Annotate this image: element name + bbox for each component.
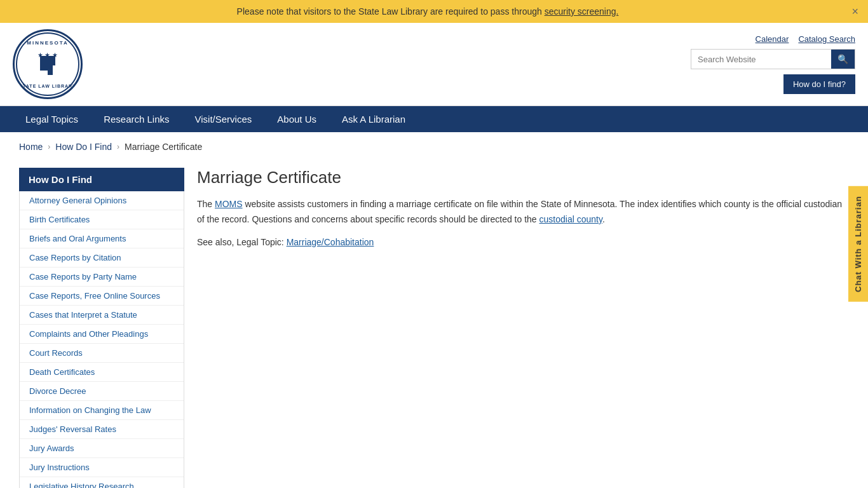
alert-text: Please note that visitors to the State L… [237,6,545,17]
logo-inner: MINNESOTA ★ ★ ★ STATE LAW LIBRARY [16,32,79,96]
sidebar-item-briefs-oral-arguments[interactable]: Briefs and Oral Arguments [20,229,184,248]
sidebar-item-case-reports-party-name[interactable]: Case Reports by Party Name [20,268,184,287]
header-right: Calendar Catalog Search 🔍 How do I find? [691,34,855,94]
content-area: Marriage Certificate The MOMS website as… [197,168,849,488]
svg-marker-0 [40,56,55,75]
see-also-prefix: See also, Legal Topic: [197,237,287,247]
main-content: How Do I Find Attorney General Opinions … [0,161,868,488]
search-bar: 🔍 [691,49,855,69]
sidebar-item-court-records[interactable]: Court Records [20,344,184,363]
nav-visit-services[interactable]: Visit/Services [182,106,265,132]
sidebar-nav: Attorney General Opinions Birth Certific… [19,191,184,488]
search-button[interactable]: 🔍 [831,50,855,69]
sidebar-item-birth-certificates[interactable]: Birth Certificates [20,210,184,229]
sidebar-item-jury-awards[interactable]: Jury Awards [20,439,184,458]
logo-stars: ★ ★ ★ [37,51,58,58]
alert-link[interactable]: security screening. [545,6,619,17]
sidebar: How Do I Find Attorney General Opinions … [19,168,184,488]
see-also: See also, Legal Topic: Marriage/Cohabita… [197,237,849,247]
breadcrumb-sep-1: › [48,142,50,151]
sidebar-item-cases-interpret-statute[interactable]: Cases that Interpret a Statute [20,306,184,325]
breadcrumb-current: Marriage Certificate [125,142,202,152]
chat-with-librarian-tab[interactable]: Chat With a Librarian [848,186,868,302]
nav-legal-topics[interactable]: Legal Topics [13,106,91,132]
sidebar-item-info-changing-law[interactable]: Information on Changing the Law [20,401,184,420]
nav-research-links[interactable]: Research Links [91,106,182,132]
header-links: Calendar Catalog Search [756,34,855,44]
alert-banner: Please note that visitors to the State L… [0,0,868,23]
logo-text-top: MINNESOTA [27,40,68,46]
logo-text-bottom: STATE LAW LIBRARY [19,84,76,88]
content-body: website assists customers in finding a m… [197,199,842,224]
nav-about-us[interactable]: About Us [264,106,329,132]
sidebar-item-complaints-pleadings[interactable]: Complaints and Other Pleadings [20,325,184,344]
sidebar-item-death-certificates[interactable]: Death Certificates [20,363,184,382]
calendar-link[interactable]: Calendar [756,34,789,44]
catalog-search-link[interactable]: Catalog Search [798,34,855,44]
nav-ask-librarian[interactable]: Ask A Librarian [329,106,418,132]
sidebar-item-jury-instructions[interactable]: Jury Instructions [20,458,184,477]
sidebar-item-divorce-decree[interactable]: Divorce Decree [20,382,184,401]
sidebar-item-case-reports-citation[interactable]: Case Reports by Citation [20,248,184,268]
marriage-cohabitation-link[interactable]: Marriage/Cohabitation [287,237,374,247]
sidebar-item-attorney-general-opinions[interactable]: Attorney General Opinions [20,191,184,210]
page-title: Marriage Certificate [197,168,849,187]
content-paragraph: The MOMS website assists customers in fi… [197,197,849,227]
breadcrumb: Home › How Do I Find › Marriage Certific… [0,132,868,161]
breadcrumb-home[interactable]: Home [19,142,43,152]
header: MINNESOTA ★ ★ ★ STATE LAW LIBRARY Calend… [0,23,868,106]
breadcrumb-how-do-i-find[interactable]: How Do I Find [55,142,112,152]
content-intro: The [197,199,215,209]
sidebar-item-case-reports-free[interactable]: Case Reports, Free Online Sources [20,287,184,306]
sidebar-item-judges-reversal-rates[interactable]: Judges' Reversal Rates [20,420,184,439]
breadcrumb-sep-2: › [117,142,119,151]
logo-circle: MINNESOTA ★ ★ ★ STATE LAW LIBRARY [13,29,83,99]
sidebar-item-legislative-history[interactable]: Legislative History Research [20,477,184,488]
moms-link[interactable]: MOMS [215,199,243,209]
how-do-i-find-button[interactable]: How do I find? [783,74,855,94]
search-input[interactable] [691,51,831,68]
custodial-county-link[interactable]: custodial county [539,214,602,224]
sidebar-header: How Do I Find [19,168,184,191]
content-body2: . [602,214,605,224]
logo: MINNESOTA ★ ★ ★ STATE LAW LIBRARY [13,29,83,99]
main-nav: Legal Topics Research Links Visit/Servic… [0,106,868,132]
alert-close-button[interactable]: × [851,6,858,17]
